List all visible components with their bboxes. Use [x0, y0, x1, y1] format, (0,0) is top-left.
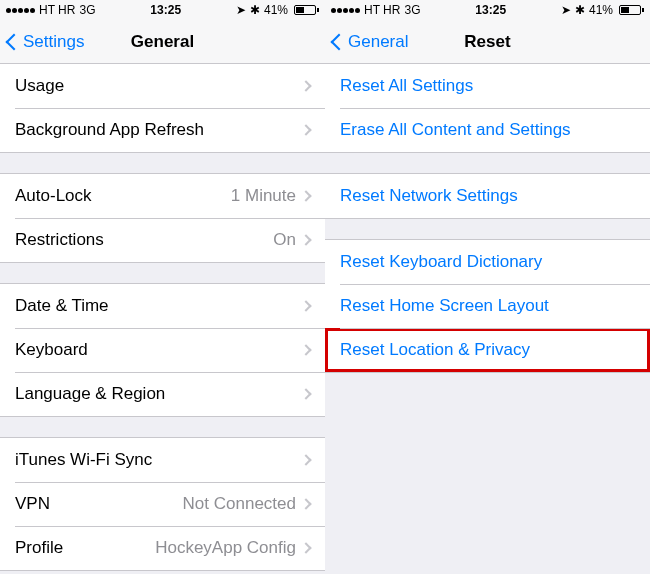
content: Reset All Settings Erase All Content and…: [325, 64, 650, 574]
row-background-app-refresh[interactable]: Background App Refresh: [0, 108, 325, 152]
chevron-right-icon: [300, 234, 311, 245]
row-keyboard[interactable]: Keyboard: [0, 328, 325, 372]
chevron-left-icon: [331, 33, 348, 50]
right-phone: HT HR 3G 13:25 ➤ ✱ 41% General Reset Res…: [325, 0, 650, 574]
chevron-left-icon: [6, 33, 23, 50]
content: Usage Background App Refresh Auto-Lock1 …: [0, 64, 325, 574]
back-label: General: [348, 32, 408, 52]
bluetooth-icon: ✱: [250, 3, 260, 17]
signal-icon: [331, 8, 360, 13]
row-usage[interactable]: Usage: [0, 64, 325, 108]
back-label: Settings: [23, 32, 84, 52]
clock: 13:25: [475, 3, 506, 17]
chevron-right-icon: [300, 300, 311, 311]
chevron-right-icon: [300, 80, 311, 91]
chevron-right-icon: [300, 454, 311, 465]
row-reset-network-settings[interactable]: Reset Network Settings: [325, 174, 650, 218]
nav-bar: Settings General: [0, 20, 325, 64]
battery-pct: 41%: [589, 3, 613, 17]
status-bar: HT HR 3G 13:25 ➤ ✱ 41%: [0, 0, 325, 20]
battery-icon: [292, 5, 319, 15]
row-vpn[interactable]: VPNNot Connected: [0, 482, 325, 526]
status-bar: HT HR 3G 13:25 ➤ ✱ 41%: [325, 0, 650, 20]
chevron-right-icon: [300, 542, 311, 553]
row-language-region[interactable]: Language & Region: [0, 372, 325, 416]
row-reset-location-privacy[interactable]: Reset Location & Privacy: [325, 328, 650, 372]
row-date-time[interactable]: Date & Time: [0, 284, 325, 328]
chevron-right-icon: [300, 124, 311, 135]
back-button[interactable]: Settings: [8, 32, 84, 52]
battery-pct: 41%: [264, 3, 288, 17]
clock: 13:25: [150, 3, 181, 17]
back-button[interactable]: General: [333, 32, 408, 52]
location-icon: ➤: [236, 3, 246, 17]
nav-bar: General Reset: [325, 20, 650, 64]
row-erase-all-content[interactable]: Erase All Content and Settings: [325, 108, 650, 152]
bluetooth-icon: ✱: [575, 3, 585, 17]
carrier: HT HR: [364, 3, 400, 17]
battery-icon: [617, 5, 644, 15]
row-itunes-wifi-sync[interactable]: iTunes Wi-Fi Sync: [0, 438, 325, 482]
chevron-right-icon: [300, 498, 311, 509]
row-auto-lock[interactable]: Auto-Lock1 Minute: [0, 174, 325, 218]
row-reset-home-screen-layout[interactable]: Reset Home Screen Layout: [325, 284, 650, 328]
signal-icon: [6, 8, 35, 13]
left-phone: HT HR 3G 13:25 ➤ ✱ 41% Settings General …: [0, 0, 325, 574]
page-title: General: [131, 32, 194, 52]
chevron-right-icon: [300, 190, 311, 201]
network: 3G: [404, 3, 420, 17]
row-reset-keyboard-dictionary[interactable]: Reset Keyboard Dictionary: [325, 240, 650, 284]
network: 3G: [79, 3, 95, 17]
page-title: Reset: [464, 32, 510, 52]
row-restrictions[interactable]: RestrictionsOn: [0, 218, 325, 262]
chevron-right-icon: [300, 344, 311, 355]
chevron-right-icon: [300, 388, 311, 399]
row-reset-all-settings[interactable]: Reset All Settings: [325, 64, 650, 108]
row-profile[interactable]: ProfileHockeyApp Config: [0, 526, 325, 570]
location-icon: ➤: [561, 3, 571, 17]
carrier: HT HR: [39, 3, 75, 17]
